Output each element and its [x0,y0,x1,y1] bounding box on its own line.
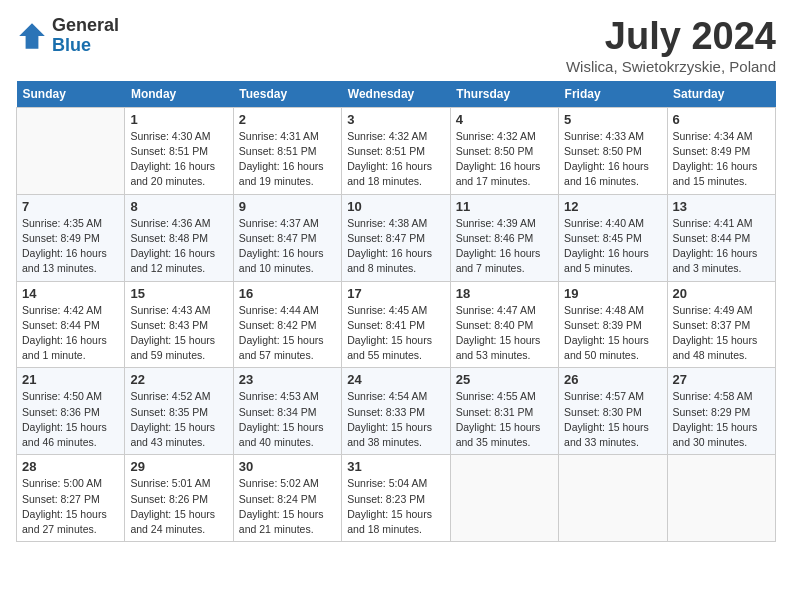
calendar-cell: 10Sunrise: 4:38 AMSunset: 8:47 PMDayligh… [342,194,450,281]
month-year-title: July 2024 [566,16,776,58]
calendar-cell: 30Sunrise: 5:02 AMSunset: 8:24 PMDayligh… [233,455,341,542]
day-number: 2 [239,112,336,127]
calendar-cell [450,455,558,542]
day-info: Sunrise: 4:44 AMSunset: 8:42 PMDaylight:… [239,303,336,364]
calendar-cell: 1Sunrise: 4:30 AMSunset: 8:51 PMDaylight… [125,107,233,194]
day-info: Sunrise: 4:40 AMSunset: 8:45 PMDaylight:… [564,216,661,277]
day-number: 11 [456,199,553,214]
calendar-cell: 14Sunrise: 4:42 AMSunset: 8:44 PMDayligh… [17,281,125,368]
day-number: 30 [239,459,336,474]
calendar-cell: 8Sunrise: 4:36 AMSunset: 8:48 PMDaylight… [125,194,233,281]
day-info: Sunrise: 4:43 AMSunset: 8:43 PMDaylight:… [130,303,227,364]
day-number: 21 [22,372,119,387]
day-info: Sunrise: 4:30 AMSunset: 8:51 PMDaylight:… [130,129,227,190]
calendar-cell: 25Sunrise: 4:55 AMSunset: 8:31 PMDayligh… [450,368,558,455]
day-number: 28 [22,459,119,474]
logo: General Blue [16,16,119,56]
calendar-cell: 9Sunrise: 4:37 AMSunset: 8:47 PMDaylight… [233,194,341,281]
day-number: 15 [130,286,227,301]
title-block: July 2024 Wislica, Swietokrzyskie, Polan… [566,16,776,75]
day-number: 23 [239,372,336,387]
calendar-cell: 2Sunrise: 4:31 AMSunset: 8:51 PMDaylight… [233,107,341,194]
calendar-cell: 23Sunrise: 4:53 AMSunset: 8:34 PMDayligh… [233,368,341,455]
day-number: 13 [673,199,770,214]
day-number: 22 [130,372,227,387]
logo-icon [16,20,48,52]
day-info: Sunrise: 4:32 AMSunset: 8:51 PMDaylight:… [347,129,444,190]
day-info: Sunrise: 4:47 AMSunset: 8:40 PMDaylight:… [456,303,553,364]
calendar-cell [559,455,667,542]
day-info: Sunrise: 4:55 AMSunset: 8:31 PMDaylight:… [456,389,553,450]
day-info: Sunrise: 4:35 AMSunset: 8:49 PMDaylight:… [22,216,119,277]
day-number: 8 [130,199,227,214]
day-info: Sunrise: 4:54 AMSunset: 8:33 PMDaylight:… [347,389,444,450]
day-info: Sunrise: 4:32 AMSunset: 8:50 PMDaylight:… [456,129,553,190]
calendar-week-5: 28Sunrise: 5:00 AMSunset: 8:27 PMDayligh… [17,455,776,542]
weekday-header-sunday: Sunday [17,81,125,108]
day-number: 26 [564,372,661,387]
day-number: 7 [22,199,119,214]
day-info: Sunrise: 5:04 AMSunset: 8:23 PMDaylight:… [347,476,444,537]
day-number: 24 [347,372,444,387]
calendar-table: SundayMondayTuesdayWednesdayThursdayFrid… [16,81,776,542]
day-number: 4 [456,112,553,127]
calendar-cell: 5Sunrise: 4:33 AMSunset: 8:50 PMDaylight… [559,107,667,194]
day-info: Sunrise: 4:37 AMSunset: 8:47 PMDaylight:… [239,216,336,277]
calendar-cell: 21Sunrise: 4:50 AMSunset: 8:36 PMDayligh… [17,368,125,455]
calendar-cell: 12Sunrise: 4:40 AMSunset: 8:45 PMDayligh… [559,194,667,281]
day-info: Sunrise: 4:33 AMSunset: 8:50 PMDaylight:… [564,129,661,190]
day-info: Sunrise: 4:34 AMSunset: 8:49 PMDaylight:… [673,129,770,190]
calendar-cell: 18Sunrise: 4:47 AMSunset: 8:40 PMDayligh… [450,281,558,368]
day-info: Sunrise: 4:42 AMSunset: 8:44 PMDaylight:… [22,303,119,364]
calendar-cell: 16Sunrise: 4:44 AMSunset: 8:42 PMDayligh… [233,281,341,368]
day-info: Sunrise: 4:50 AMSunset: 8:36 PMDaylight:… [22,389,119,450]
calendar-cell: 22Sunrise: 4:52 AMSunset: 8:35 PMDayligh… [125,368,233,455]
day-info: Sunrise: 4:31 AMSunset: 8:51 PMDaylight:… [239,129,336,190]
day-number: 20 [673,286,770,301]
day-info: Sunrise: 4:36 AMSunset: 8:48 PMDaylight:… [130,216,227,277]
calendar-cell: 6Sunrise: 4:34 AMSunset: 8:49 PMDaylight… [667,107,775,194]
day-info: Sunrise: 5:00 AMSunset: 8:27 PMDaylight:… [22,476,119,537]
day-number: 18 [456,286,553,301]
day-number: 9 [239,199,336,214]
day-info: Sunrise: 4:39 AMSunset: 8:46 PMDaylight:… [456,216,553,277]
day-number: 14 [22,286,119,301]
logo-general-text: General [52,15,119,35]
day-info: Sunrise: 4:53 AMSunset: 8:34 PMDaylight:… [239,389,336,450]
day-number: 12 [564,199,661,214]
weekday-header-wednesday: Wednesday [342,81,450,108]
day-info: Sunrise: 4:58 AMSunset: 8:29 PMDaylight:… [673,389,770,450]
calendar-week-1: 1Sunrise: 4:30 AMSunset: 8:51 PMDaylight… [17,107,776,194]
calendar-cell: 20Sunrise: 4:49 AMSunset: 8:37 PMDayligh… [667,281,775,368]
day-number: 10 [347,199,444,214]
day-number: 29 [130,459,227,474]
day-number: 1 [130,112,227,127]
weekday-header-monday: Monday [125,81,233,108]
calendar-cell: 11Sunrise: 4:39 AMSunset: 8:46 PMDayligh… [450,194,558,281]
logo-blue-text: Blue [52,35,91,55]
calendar-cell: 13Sunrise: 4:41 AMSunset: 8:44 PMDayligh… [667,194,775,281]
calendar-cell: 7Sunrise: 4:35 AMSunset: 8:49 PMDaylight… [17,194,125,281]
calendar-cell: 29Sunrise: 5:01 AMSunset: 8:26 PMDayligh… [125,455,233,542]
location-text: Wislica, Swietokrzyskie, Poland [566,58,776,75]
day-info: Sunrise: 4:45 AMSunset: 8:41 PMDaylight:… [347,303,444,364]
calendar-cell: 31Sunrise: 5:04 AMSunset: 8:23 PMDayligh… [342,455,450,542]
day-info: Sunrise: 4:49 AMSunset: 8:37 PMDaylight:… [673,303,770,364]
calendar-week-4: 21Sunrise: 4:50 AMSunset: 8:36 PMDayligh… [17,368,776,455]
day-info: Sunrise: 4:41 AMSunset: 8:44 PMDaylight:… [673,216,770,277]
day-number: 27 [673,372,770,387]
calendar-cell: 28Sunrise: 5:00 AMSunset: 8:27 PMDayligh… [17,455,125,542]
day-info: Sunrise: 4:48 AMSunset: 8:39 PMDaylight:… [564,303,661,364]
calendar-cell: 4Sunrise: 4:32 AMSunset: 8:50 PMDaylight… [450,107,558,194]
weekday-header-saturday: Saturday [667,81,775,108]
day-number: 16 [239,286,336,301]
day-number: 6 [673,112,770,127]
calendar-week-3: 14Sunrise: 4:42 AMSunset: 8:44 PMDayligh… [17,281,776,368]
calendar-cell: 17Sunrise: 4:45 AMSunset: 8:41 PMDayligh… [342,281,450,368]
day-number: 31 [347,459,444,474]
weekday-header-tuesday: Tuesday [233,81,341,108]
page-header: General Blue July 2024 Wislica, Swietokr… [16,16,776,75]
weekday-header-row: SundayMondayTuesdayWednesdayThursdayFrid… [17,81,776,108]
calendar-cell: 3Sunrise: 4:32 AMSunset: 8:51 PMDaylight… [342,107,450,194]
day-info: Sunrise: 4:57 AMSunset: 8:30 PMDaylight:… [564,389,661,450]
